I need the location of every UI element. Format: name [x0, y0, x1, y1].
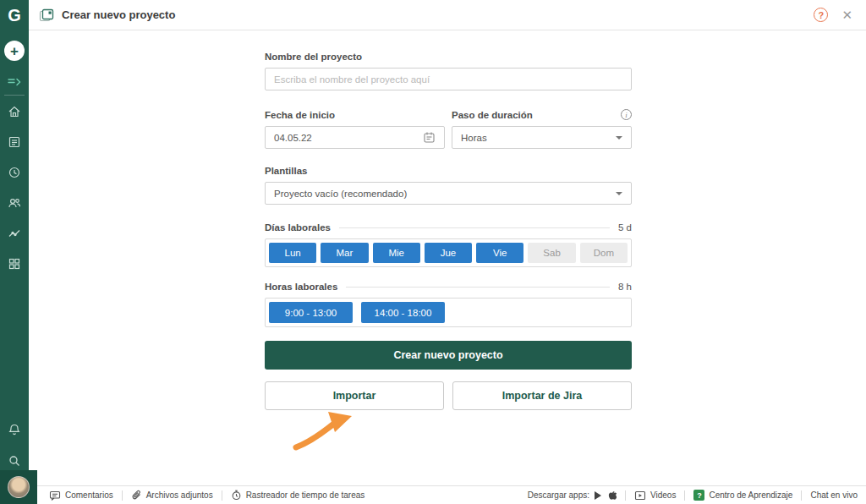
add-project-button[interactable]: + — [4, 41, 25, 61]
attachments-item[interactable]: Archivos adjuntos — [131, 490, 213, 501]
app-window: G + — [0, 0, 866, 504]
comments-label: Comentarios — [65, 490, 113, 500]
day-button-sab[interactable]: Sab — [528, 243, 575, 263]
dialog-header: Crear nuevo proyecto ? ✕ — [29, 0, 866, 30]
chevron-down-icon — [616, 192, 622, 195]
videos-label: Videos — [650, 490, 676, 500]
divider — [625, 490, 626, 501]
work-hours-label: Horas laborales — [265, 282, 337, 292]
close-icon[interactable]: ✕ — [841, 8, 852, 21]
duration-step-select[interactable]: Horas — [452, 126, 632, 149]
help-icon[interactable]: ? — [814, 8, 828, 22]
day-button-mie[interactable]: Mie — [373, 243, 420, 263]
task-list-icon[interactable] — [8, 135, 21, 149]
divider — [801, 490, 802, 501]
time-tracker-label: Rastreador de tiempo de tareas — [246, 490, 365, 500]
day-button-lun[interactable]: Lun — [269, 243, 316, 263]
home-icon[interactable] — [8, 105, 21, 118]
divider — [684, 490, 685, 501]
work-days-group: Lun Mar Mie Jue Vie Sab Dom — [265, 238, 632, 267]
learning-center-item[interactable]: ? Centro de Aprendizaje — [693, 490, 792, 501]
videos-item[interactable]: Videos — [634, 490, 676, 501]
people-icon[interactable] — [8, 196, 21, 210]
hours-range-chip[interactable]: 9:00 - 13:00 — [269, 302, 353, 323]
live-chat-item[interactable]: Chat en vivo — [810, 490, 858, 500]
notifications-bell-icon[interactable] — [8, 423, 21, 436]
learning-center-label: Centro de Aprendizaje — [709, 490, 792, 500]
create-project-button[interactable]: Crear nuevo proyecto — [265, 341, 632, 370]
chevron-down-icon — [616, 136, 622, 140]
duration-step-value: Horas — [461, 133, 487, 143]
day-button-jue[interactable]: Jue — [425, 243, 472, 263]
project-name-placeholder: Escriba el nombre del proyecto aquí — [274, 74, 430, 85]
work-days-label: Días laborales — [265, 222, 331, 233]
comments-item[interactable]: Comentarios — [49, 490, 113, 501]
download-apps-label: Descargar apps: — [528, 490, 589, 500]
info-icon[interactable]: i — [621, 109, 632, 120]
collapse-menu-icon[interactable] — [7, 76, 22, 88]
import-button[interactable]: Importar — [265, 381, 444, 410]
sidebar-footer — [0, 470, 37, 504]
paperclip-icon — [131, 490, 142, 501]
status-bar: Comentarios Archivos adjuntos — [37, 485, 866, 504]
sidebar-divider — [4, 95, 25, 96]
day-button-mar[interactable]: Mar — [321, 243, 368, 263]
templates-select[interactable]: Proyecto vacío (recomendado) — [265, 182, 632, 205]
new-project-form: Nombre del proyecto Escriba el nombre de… — [265, 31, 632, 410]
attachments-label: Archivos adjuntos — [146, 490, 213, 500]
divider — [122, 490, 123, 501]
time-tracker-item[interactable]: Rastreador de tiempo de tareas — [231, 490, 365, 501]
divider-line — [339, 227, 610, 228]
calendar-icon[interactable] — [423, 131, 436, 144]
project-name-input[interactable]: Escriba el nombre del proyecto aquí — [265, 68, 632, 90]
work-hours-summary: 8 h — [618, 282, 632, 292]
hours-range-chip[interactable]: 14:00 - 18:00 — [361, 302, 445, 323]
comment-icon — [49, 490, 61, 501]
question-icon: ? — [693, 490, 704, 501]
start-date-value: 04.05.22 — [274, 133, 312, 143]
video-icon — [634, 490, 646, 501]
user-avatar[interactable] — [8, 476, 30, 498]
search-icon[interactable] — [8, 454, 21, 468]
divider-line — [346, 287, 610, 288]
duration-step-label: Paso de duración — [452, 110, 533, 120]
day-button-vie[interactable]: Vie — [476, 243, 523, 263]
reports-trend-icon[interactable] — [8, 227, 21, 240]
history-clock-icon[interactable] — [8, 166, 21, 179]
google-play-icon[interactable] — [595, 491, 601, 500]
templates-value: Proyecto vacío (recomendado) — [274, 189, 407, 199]
dialog-content: Nombre del proyecto Escriba el nombre de… — [29, 31, 866, 485]
pointer-arrow — [282, 408, 360, 452]
work-days-summary: 5 d — [618, 222, 632, 233]
day-button-dom[interactable]: Dom — [580, 243, 628, 263]
apple-icon[interactable] — [607, 490, 617, 501]
project-name-label: Nombre del proyecto — [265, 52, 632, 62]
stopwatch-icon — [231, 490, 242, 501]
live-chat-label: Chat en vivo — [810, 490, 858, 500]
ganttpro-logo-icon: G — [0, 4, 29, 26]
new-project-icon — [39, 8, 54, 22]
start-date-input[interactable]: 04.05.22 — [265, 126, 445, 149]
sidebar: G + — [0, 0, 29, 504]
divider — [222, 490, 222, 501]
import-jira-button[interactable]: Importar de Jira — [452, 381, 632, 410]
apps-grid-icon[interactable] — [8, 257, 21, 271]
page-title: Crear nuevo proyecto — [62, 8, 175, 21]
start-date-label: Fecha de inicio — [265, 110, 335, 120]
work-hours-group[interactable]: 9:00 - 13:00 14:00 - 18:00 — [265, 298, 632, 327]
templates-label: Plantillas — [265, 166, 632, 176]
